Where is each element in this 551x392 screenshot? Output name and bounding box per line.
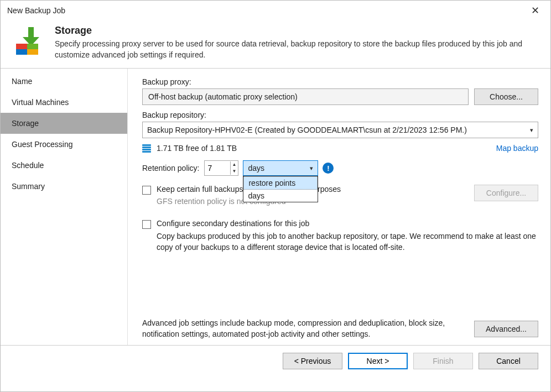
window-title: New Backup Job xyxy=(7,6,527,15)
retention-label: Retention policy: xyxy=(142,164,200,173)
advanced-text: Advanced job settings include backup mod… xyxy=(142,318,466,339)
sidebar-item-name[interactable]: Name xyxy=(1,71,127,92)
spinner-down-icon[interactable]: ▼ xyxy=(231,168,238,175)
next-button[interactable]: Next > xyxy=(348,353,408,369)
configure-button: Configure... xyxy=(474,185,538,201)
repo-value: Backup Repository-HPHV02-E (Created by G… xyxy=(147,126,467,134)
sidebar-item-schedule[interactable]: Schedule xyxy=(1,155,127,176)
svg-rect-1 xyxy=(27,44,38,49)
previous-button[interactable]: < Previous xyxy=(283,353,342,369)
cancel-button[interactable]: Cancel xyxy=(479,353,538,369)
map-backup-link[interactable]: Map backup xyxy=(496,144,538,153)
retention-value[interactable] xyxy=(205,164,230,173)
proxy-label: Backup proxy: xyxy=(142,77,538,86)
secondary-checkbox[interactable] xyxy=(142,220,151,229)
wizard-footer: < Previous Next > Finish Cancel xyxy=(1,345,550,377)
retention-unit-dropdown: restore points days xyxy=(243,176,318,202)
free-space: 1.71 TB free of 1.81 TB xyxy=(157,144,491,153)
retention-spinner[interactable]: ▲ ▼ xyxy=(204,160,239,176)
header-description: Specify processing proxy server to be us… xyxy=(55,39,539,60)
retention-unit: days xyxy=(248,164,264,173)
titlebar: New Backup Job ✕ xyxy=(1,1,550,20)
gfs-checkbox[interactable] xyxy=(142,186,151,195)
repo-combo[interactable]: Backup Repository-HPHV02-E (Created by G… xyxy=(142,122,538,138)
finish-button: Finish xyxy=(413,353,473,369)
wizard-header: Storage Specify processing proxy server … xyxy=(1,20,550,68)
secondary-desc: Copy backups produced by this job to ano… xyxy=(157,231,538,253)
sidebar-item-vms[interactable]: Virtual Machines xyxy=(1,92,127,113)
spinner-up-icon[interactable]: ▲ xyxy=(231,161,238,168)
dropdown-option-days[interactable]: days xyxy=(243,190,318,202)
svg-rect-2 xyxy=(16,49,27,55)
svg-rect-3 xyxy=(27,49,38,55)
wizard-sidebar: Name Virtual Machines Storage Guest Proc… xyxy=(1,69,128,345)
info-icon[interactable]: ! xyxy=(323,163,334,174)
disk-icon xyxy=(142,144,151,153)
sidebar-item-guest[interactable]: Guest Processing xyxy=(1,134,127,155)
proxy-field[interactable]: Off-host backup (automatic proxy selecti… xyxy=(142,88,469,105)
chevron-down-icon: ▾ xyxy=(530,127,533,134)
repo-label: Backup repository: xyxy=(142,111,538,119)
retention-unit-combo[interactable]: days ▾ restore points days xyxy=(243,160,318,176)
sidebar-item-storage[interactable]: Storage xyxy=(1,113,127,134)
sidebar-item-summary[interactable]: Summary xyxy=(1,176,127,197)
header-title: Storage xyxy=(55,25,539,36)
close-icon[interactable]: ✕ xyxy=(527,2,544,19)
secondary-label: Configure secondary destinations for thi… xyxy=(157,219,309,228)
main-panel: Backup proxy: Off-host backup (automatic… xyxy=(128,69,550,345)
chevron-down-icon: ▾ xyxy=(310,165,313,172)
advanced-button[interactable]: Advanced... xyxy=(474,321,538,337)
svg-rect-0 xyxy=(16,44,27,49)
choose-button[interactable]: Choose... xyxy=(474,88,538,105)
storage-icon xyxy=(12,25,45,58)
dropdown-option-restore-points[interactable]: restore points xyxy=(243,176,318,190)
